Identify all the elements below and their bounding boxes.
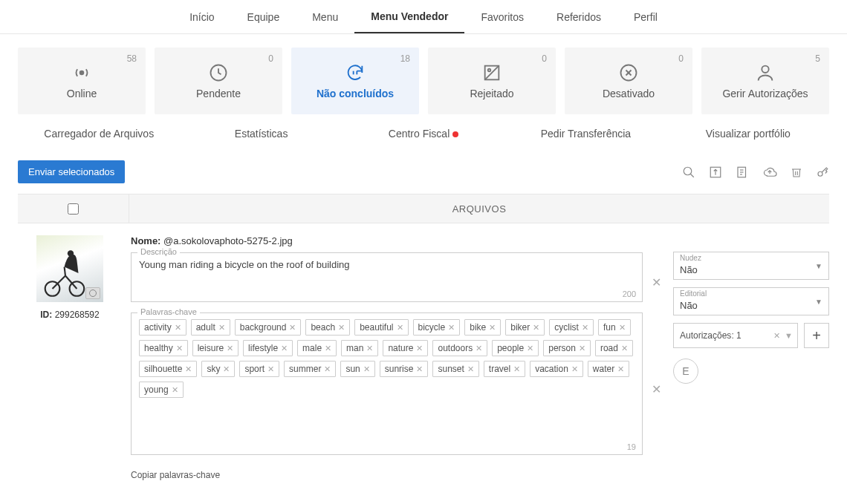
card-desativado[interactable]: 0Desativado	[565, 48, 692, 114]
keyword-tag[interactable]: sport✕	[239, 361, 279, 377]
keyword-tag[interactable]: cyclist✕	[549, 319, 594, 336]
remove-tag-icon[interactable]: ✕	[416, 344, 423, 353]
subnav-visualizar-portf-lio[interactable]: Visualizar portfólio	[667, 128, 829, 140]
remove-tag-icon[interactable]: ✕	[363, 364, 370, 374]
remove-tag-icon[interactable]: ✕	[218, 323, 225, 333]
remove-tag-icon[interactable]: ✕	[281, 344, 288, 353]
keyword-tag[interactable]: adult✕	[191, 319, 230, 336]
remove-tag-icon[interactable]: ✕	[513, 364, 520, 374]
clear-keywords-icon[interactable]: ✕	[649, 382, 664, 396]
copy-keywords-link[interactable]: Copiar palavras-chave	[131, 470, 220, 480]
keyword-tag[interactable]: sun✕	[340, 361, 374, 377]
keyword-tag[interactable]: man✕	[341, 340, 378, 356]
cloud-upload-icon[interactable]	[762, 166, 777, 179]
subnav-pedir-transfer-ncia[interactable]: Pedir Transferência	[504, 128, 666, 140]
keyword-tag[interactable]: healthy✕	[139, 340, 188, 356]
keyword-tag[interactable]: beach✕	[305, 319, 350, 336]
thumbnail[interactable]	[36, 235, 103, 302]
keyword-tag[interactable]: male✕	[297, 340, 337, 356]
card-online[interactable]: 58Online	[18, 48, 146, 114]
keyword-tag[interactable]: summer✕	[284, 361, 336, 377]
keyword-tag[interactable]: young✕	[139, 382, 184, 398]
nav-perfil[interactable]: Perfil	[617, 0, 674, 33]
remove-tag-icon[interactable]: ✕	[448, 323, 455, 333]
remove-tag-icon[interactable]: ✕	[489, 323, 496, 333]
keyword-tag[interactable]: activity✕	[139, 319, 186, 336]
nav-referidos[interactable]: Referidos	[540, 0, 617, 33]
remove-tag-icon[interactable]: ✕	[289, 323, 296, 333]
keyword-tag[interactable]: person✕	[543, 340, 591, 356]
remove-tag-icon[interactable]: ✕	[223, 364, 230, 374]
nudity-select[interactable]: Nudez Não ▼	[673, 252, 829, 280]
keywords-field[interactable]: Palavras-chave activity✕adult✕background…	[131, 312, 643, 455]
keyword-tag[interactable]: road✕	[595, 340, 633, 356]
keyword-tag[interactable]: biker✕	[505, 319, 545, 336]
remove-tag-icon[interactable]: ✕	[467, 364, 474, 374]
remove-tag-icon[interactable]: ✕	[571, 364, 578, 374]
expand-icon[interactable]	[709, 166, 722, 179]
nav-início[interactable]: Início	[173, 0, 230, 33]
key-icon[interactable]	[816, 166, 829, 179]
remove-tag-icon[interactable]: ✕	[338, 323, 345, 333]
subnav-centro-fiscal[interactable]: Centro Fiscal	[343, 128, 504, 140]
remove-tag-icon[interactable]: ✕	[185, 364, 192, 374]
remove-tag-icon[interactable]: ✕	[617, 364, 624, 374]
keyword-tag[interactable]: nature✕	[383, 340, 428, 356]
remove-tag-icon[interactable]: ✕	[579, 344, 585, 353]
nav-menu[interactable]: Menu	[296, 0, 354, 33]
nav-menu-vendedor[interactable]: Menu Vendedor	[354, 0, 464, 33]
remove-tag-icon[interactable]: ✕	[324, 364, 331, 374]
keyword-tag[interactable]: beautiful✕	[354, 319, 408, 336]
subnav-estat-sticas[interactable]: Estatísticas	[180, 128, 342, 140]
keyword-tag[interactable]: fun✕	[598, 319, 631, 336]
remove-tag-icon[interactable]: ✕	[397, 323, 403, 333]
clear-description-icon[interactable]: ✕	[649, 275, 664, 289]
keyword-tag[interactable]: bicycle✕	[413, 319, 461, 336]
card-gerir-autoriza-es[interactable]: 5Gerir Autorizações	[701, 48, 829, 114]
document-icon[interactable]	[736, 166, 749, 179]
card-rejeitado[interactable]: 0Rejeitado	[428, 48, 556, 114]
keyword-tag[interactable]: water✕	[588, 361, 629, 377]
clear-auth-icon[interactable]: ✕	[773, 331, 780, 341]
trash-icon[interactable]	[791, 166, 802, 179]
subnav-carregador-de-arquivos[interactable]: Carregador de Arquivos	[18, 128, 180, 140]
remove-tag-icon[interactable]: ✕	[325, 344, 331, 353]
editorial-select[interactable]: Editorial Não ▼	[673, 287, 829, 315]
remove-tag-icon[interactable]: ✕	[267, 364, 274, 374]
nav-favoritos[interactable]: Favoritos	[464, 0, 540, 33]
keyword-tag[interactable]: bike✕	[464, 319, 501, 336]
keyword-tag[interactable]: leisure✕	[192, 340, 238, 356]
remove-tag-icon[interactable]: ✕	[527, 344, 533, 353]
send-selected-button[interactable]: Enviar selecionados	[18, 160, 125, 183]
remove-tag-icon[interactable]: ✕	[533, 323, 539, 333]
remove-tag-icon[interactable]: ✕	[476, 344, 482, 353]
remove-tag-icon[interactable]: ✕	[416, 364, 423, 374]
keyword-tag[interactable]: people✕	[492, 340, 539, 356]
remove-tag-icon[interactable]: ✕	[366, 344, 373, 353]
remove-tag-icon[interactable]: ✕	[227, 344, 233, 353]
nav-equipe[interactable]: Equipe	[231, 0, 296, 33]
keyword-tag[interactable]: sky✕	[201, 361, 235, 377]
remove-tag-icon[interactable]: ✕	[582, 323, 588, 333]
remove-tag-icon[interactable]: ✕	[621, 344, 628, 353]
description-input[interactable]	[139, 259, 635, 295]
card-n-o-conclu-dos[interactable]: 18Não concluídos	[291, 48, 419, 114]
search-icon[interactable]	[682, 166, 695, 179]
keyword-tag[interactable]: outdoors✕	[432, 340, 487, 356]
keyword-tag[interactable]: travel✕	[484, 361, 525, 377]
remove-tag-icon[interactable]: ✕	[176, 344, 183, 353]
card-pendente[interactable]: 0Pendente	[155, 48, 282, 114]
select-all-checkbox[interactable]	[68, 203, 79, 215]
keyword-tag[interactable]: vacation✕	[530, 361, 583, 377]
remove-tag-icon[interactable]: ✕	[172, 385, 178, 395]
keyword-tag[interactable]: lifestyle✕	[243, 340, 293, 356]
authorizations-select[interactable]: Autorizações: 1 ✕ ▼	[673, 323, 798, 348]
add-authorization-button[interactable]: +	[804, 323, 829, 348]
remove-tag-icon[interactable]: ✕	[619, 323, 626, 333]
keyword-tag[interactable]: sunset✕	[432, 361, 478, 377]
editorial-badge[interactable]: E	[673, 359, 698, 384]
remove-tag-icon[interactable]: ✕	[175, 323, 181, 333]
keyword-tag[interactable]: background✕	[235, 319, 302, 336]
keyword-tag[interactable]: sunrise✕	[380, 361, 429, 377]
keyword-tag[interactable]: silhouette✕	[139, 361, 197, 377]
